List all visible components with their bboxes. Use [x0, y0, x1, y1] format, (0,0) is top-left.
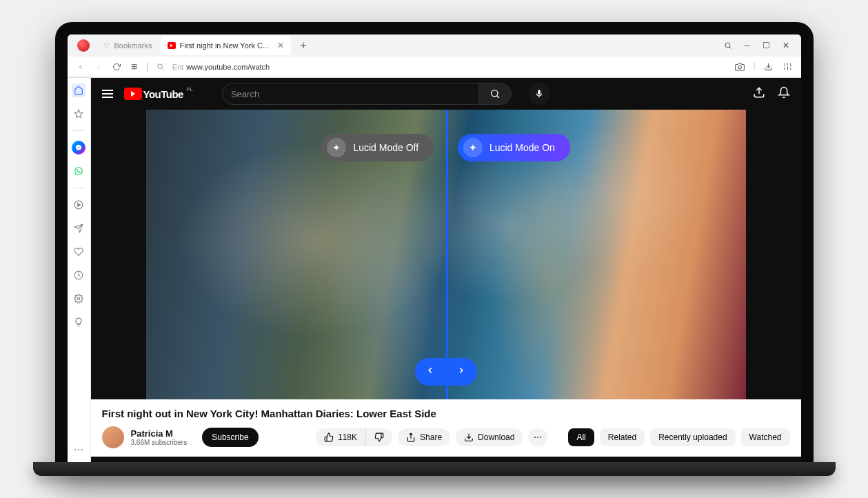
chevron-left-icon: [425, 366, 435, 378]
upload-icon[interactable]: [753, 86, 765, 101]
maximize-button[interactable]: ☐: [758, 37, 775, 54]
new-tab-button[interactable]: +: [295, 39, 312, 52]
sidebar-player-icon[interactable]: [72, 198, 85, 212]
hamburger-icon[interactable]: [102, 90, 113, 98]
minimize-button[interactable]: ─: [739, 37, 756, 54]
svg-point-19: [492, 90, 498, 97]
svg-line-20: [497, 96, 499, 98]
forward-button[interactable]: [92, 61, 105, 73]
channel-avatar: [102, 426, 124, 448]
youtube-header: YouTube PL Search: [91, 78, 801, 110]
bookmarks-tab[interactable]: ♡ Bookmarks: [95, 36, 161, 55]
close-tab-icon[interactable]: ✕: [277, 41, 284, 50]
filter-chips: All Related Recently uploaded Watched: [568, 428, 789, 446]
lucid-off-label: Lucid Mode Off: [353, 142, 418, 153]
like-count: 118K: [338, 432, 357, 442]
sparkle-icon: ✦: [463, 138, 483, 157]
share-label: Share: [420, 432, 442, 442]
close-window-button[interactable]: ✕: [778, 37, 794, 54]
video-section: ✦ Lucid Mode Off ✦ Lucid Mode On: [91, 110, 801, 462]
sidebar-bulb-icon[interactable]: [72, 315, 85, 329]
svg-line-3: [161, 68, 163, 69]
download-button[interactable]: Download: [456, 428, 523, 446]
tabs-row: ♡ Bookmarks First night in New York C...…: [68, 34, 801, 57]
youtube-favicon-icon: [168, 42, 176, 49]
laptop-frame: ♡ Bookmarks First night in New York C...…: [55, 22, 814, 476]
sidebar-separator: [72, 188, 85, 188]
sidebar-whatsapp-icon[interactable]: [72, 164, 85, 178]
download-label: Download: [478, 432, 514, 442]
reload-button[interactable]: [110, 61, 123, 73]
content-area: ⋯ YouTube PL Search: [68, 78, 801, 462]
lucid-on-label: Lucid Mode On: [489, 142, 555, 153]
video-info-section: First night out in New York City! Manhat…: [91, 399, 801, 457]
comparison-slider[interactable]: [415, 358, 477, 386]
like-dislike-group: 118K: [316, 428, 392, 446]
video-meta-row: Patricia M 3.66M subscribers Subscribe 1…: [102, 426, 790, 448]
sidebar-send-icon[interactable]: [72, 221, 85, 235]
opera-logo-icon[interactable]: [77, 39, 90, 52]
sparkle-icon: ✦: [327, 138, 346, 157]
sidebar-more-icon[interactable]: ⋯: [72, 443, 85, 457]
comparison-divider: [446, 110, 448, 399]
chip-recent[interactable]: Recently uploaded: [650, 428, 735, 446]
subscriber-count: 3.66M subscribers: [131, 439, 188, 446]
video-thumbnail: ✦ Lucid Mode Off ✦ Lucid Mode On: [146, 110, 746, 399]
svg-point-18: [77, 297, 80, 300]
svg-line-1: [729, 47, 731, 49]
search-browser-icon[interactable]: [720, 37, 736, 54]
browser-chrome: ♡ Bookmarks First night in New York C...…: [68, 34, 801, 78]
easy-setup-icon[interactable]: [782, 61, 794, 73]
address-bar-row: ⊞ | Ent www.youtube.com/watch |: [68, 57, 801, 77]
sidebar-settings-icon[interactable]: [72, 292, 85, 306]
dislike-button[interactable]: [366, 428, 392, 446]
youtube-page: YouTube PL Search: [91, 78, 801, 462]
chip-all[interactable]: All: [568, 428, 594, 446]
bookmarks-label: Bookmarks: [114, 41, 152, 50]
svg-point-0: [725, 43, 730, 48]
window-controls: ─ ☐ ✕: [720, 37, 797, 54]
address-bar[interactable]: Ent www.youtube.com/watch: [172, 63, 729, 71]
heart-icon: ♡: [103, 41, 110, 50]
subscribe-button[interactable]: Subscribe: [202, 428, 258, 447]
speed-dial-icon[interactable]: ⊞: [128, 61, 141, 73]
sidebar-separator: [72, 130, 85, 131]
notifications-icon[interactable]: [778, 86, 790, 101]
youtube-search: Search: [222, 83, 512, 105]
youtube-region: PL: [186, 86, 193, 92]
sidebar-home-icon[interactable]: [72, 83, 85, 97]
svg-point-4: [738, 66, 742, 69]
chevron-right-icon: [456, 366, 466, 378]
video-player[interactable]: ✦ Lucid Mode Off ✦ Lucid Mode On: [91, 110, 801, 399]
youtube-logo-text: YouTube: [143, 88, 183, 100]
svg-point-2: [158, 64, 162, 68]
screen: ♡ Bookmarks First night in New York C...…: [68, 34, 801, 462]
tab-title: First night in New York C...: [180, 41, 270, 50]
search-button[interactable]: [478, 83, 512, 105]
active-tab[interactable]: First night in New York C... ✕: [161, 36, 292, 55]
camera-icon[interactable]: [734, 61, 746, 73]
more-actions-button[interactable]: ⋯: [528, 428, 547, 446]
video-actions: 118K Share: [316, 428, 547, 446]
youtube-logo[interactable]: YouTube PL: [124, 88, 183, 100]
search-url-icon[interactable]: [154, 61, 167, 73]
chip-watched[interactable]: Watched: [741, 428, 790, 446]
channel-info[interactable]: Patricia M 3.66M subscribers: [102, 426, 188, 448]
sidebar-history-icon[interactable]: [72, 268, 85, 282]
sidebar-star-icon[interactable]: [72, 107, 85, 121]
search-input[interactable]: Search: [222, 83, 478, 105]
sidebar-heart-icon[interactable]: [72, 245, 85, 259]
download-browser-icon[interactable]: [763, 61, 775, 73]
svg-marker-14: [78, 203, 81, 207]
back-button[interactable]: [74, 61, 87, 73]
video-title: First night out in New York City! Manhat…: [102, 408, 790, 419]
like-button[interactable]: 118K: [316, 428, 366, 446]
opera-sidebar: ⋯: [68, 78, 91, 462]
url-prefix: Ent: [172, 63, 184, 71]
channel-name: Patricia M: [131, 428, 188, 439]
lucid-off-pill: ✦ Lucid Mode Off: [321, 134, 434, 161]
sidebar-messenger-icon[interactable]: [72, 141, 85, 155]
share-button[interactable]: Share: [398, 428, 450, 446]
chip-related[interactable]: Related: [600, 428, 645, 446]
voice-search-button[interactable]: [528, 83, 550, 105]
